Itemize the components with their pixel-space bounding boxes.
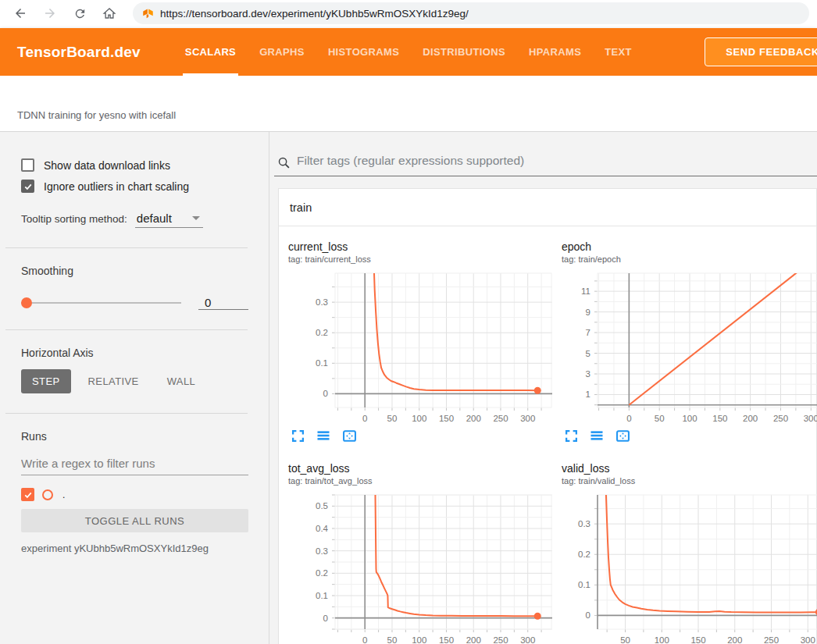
svg-text:300: 300 bbox=[520, 635, 535, 644]
svg-text:100: 100 bbox=[412, 414, 426, 423]
subheader: TDNN training for yesno with icefall bbox=[0, 76, 817, 132]
svg-text:0.2: 0.2 bbox=[316, 568, 328, 578]
smoothing-slider[interactable] bbox=[21, 297, 181, 308]
svg-text:0.1: 0.1 bbox=[316, 591, 328, 600]
runs-regex-input[interactable] bbox=[21, 454, 248, 475]
experiment-id-label: experiment yKUbhb5wRmOSXYkId1z9eg bbox=[21, 543, 269, 554]
svg-text:7: 7 bbox=[586, 328, 590, 337]
smoothing-label: Smoothing bbox=[21, 265, 269, 277]
run-row[interactable]: . bbox=[21, 488, 269, 501]
svg-text:0: 0 bbox=[323, 389, 328, 398]
svg-text:50: 50 bbox=[387, 635, 398, 644]
tab-hparams[interactable]: HPARAMS bbox=[517, 28, 593, 76]
svg-text:300: 300 bbox=[801, 635, 815, 644]
chart-actions bbox=[562, 428, 817, 443]
svg-text:50: 50 bbox=[655, 414, 665, 423]
tooltip-sorting-select[interactable]: default bbox=[135, 212, 203, 228]
svg-text:250: 250 bbox=[773, 414, 788, 423]
show-download-links-checkbox[interactable]: Show data download links bbox=[21, 158, 269, 172]
tab-scalars[interactable]: SCALARS bbox=[173, 28, 248, 76]
svg-text:300: 300 bbox=[804, 414, 817, 423]
charts-grid: current_losstag: train/current_loss05010… bbox=[279, 226, 816, 644]
ignore-outliers-checkbox[interactable]: Ignore outliers in chart scaling bbox=[21, 180, 269, 193]
chart-tag: tag: train/current_loss bbox=[288, 254, 552, 265]
chart-title: valid_loss bbox=[562, 462, 817, 475]
chart-tag: tag: train/valid_loss bbox=[562, 475, 817, 487]
data-table-icon[interactable] bbox=[589, 428, 605, 443]
run-color-swatch-icon bbox=[42, 489, 53, 500]
chart-actions bbox=[288, 428, 552, 443]
filter-tags-row bbox=[274, 143, 817, 176]
experiment-title: TDNN training for yesno with icefall bbox=[17, 109, 176, 121]
svg-text:5: 5 bbox=[586, 349, 590, 358]
toggle-all-runs-button[interactable]: TOGGLE ALL RUNS bbox=[21, 509, 248, 532]
chart-plot[interactable]: 05010015020025030000.10.20.30.40.5 bbox=[288, 489, 552, 644]
svg-text:300: 300 bbox=[520, 414, 535, 423]
axis-step-button[interactable]: STEP bbox=[21, 369, 71, 393]
fullscreen-icon[interactable] bbox=[563, 428, 579, 443]
svg-text:0.3: 0.3 bbox=[578, 519, 590, 528]
brand-title: TensorBoard.dev bbox=[0, 44, 173, 61]
divider bbox=[5, 413, 248, 414]
svg-text:50: 50 bbox=[387, 414, 398, 423]
chart-tot_avg_loss: tot_avg_losstag: train/tot_avg_loss05010… bbox=[288, 457, 552, 644]
axis-wall-button[interactable]: WALL bbox=[156, 369, 207, 393]
chart-plot[interactable]: 05010015020025030000.10.20.3 bbox=[288, 267, 552, 423]
checkbox-unchecked-icon bbox=[21, 158, 34, 172]
chart-title: current_loss bbox=[288, 240, 552, 254]
svg-text:0.1: 0.1 bbox=[316, 358, 328, 368]
run-checkbox-checked-icon[interactable] bbox=[21, 488, 34, 501]
run-name: . bbox=[62, 489, 65, 500]
forward-icon[interactable] bbox=[41, 4, 59, 23]
svg-text:0: 0 bbox=[626, 414, 631, 423]
fit-domain-icon[interactable] bbox=[615, 428, 630, 443]
fullscreen-icon[interactable] bbox=[290, 428, 305, 443]
svg-text:50: 50 bbox=[620, 635, 630, 644]
svg-text:0: 0 bbox=[362, 414, 367, 423]
data-table-icon[interactable] bbox=[316, 428, 331, 443]
svg-text:0: 0 bbox=[362, 635, 367, 644]
axis-relative-button[interactable]: RELATIVE bbox=[77, 369, 150, 393]
svg-text:150: 150 bbox=[439, 635, 454, 644]
tab-text[interactable]: TEXT bbox=[593, 28, 644, 76]
svg-text:0.2: 0.2 bbox=[316, 328, 328, 337]
chart-plot[interactable]: 0501001502002503001357911 bbox=[562, 267, 817, 423]
slider-knob[interactable] bbox=[21, 297, 32, 308]
send-feedback-button[interactable]: SEND FEEDBACK bbox=[705, 37, 817, 66]
svg-text:9: 9 bbox=[586, 308, 590, 317]
divider bbox=[5, 329, 248, 330]
svg-text:0.3: 0.3 bbox=[316, 546, 328, 556]
svg-text:200: 200 bbox=[743, 414, 758, 423]
filter-tags-input[interactable] bbox=[297, 149, 817, 176]
tensorboard-logo-icon bbox=[142, 8, 154, 20]
home-icon[interactable] bbox=[100, 4, 119, 23]
fit-domain-icon[interactable] bbox=[341, 428, 357, 443]
browser-toolbar: https://tensorboard.dev/experiment/yKUbh… bbox=[0, 0, 817, 27]
search-icon bbox=[277, 156, 291, 169]
svg-text:0: 0 bbox=[586, 610, 590, 620]
svg-text:3: 3 bbox=[586, 369, 590, 379]
svg-text:0.4: 0.4 bbox=[316, 524, 329, 533]
svg-text:0.2: 0.2 bbox=[578, 550, 590, 559]
tag-group-header[interactable]: train bbox=[279, 189, 816, 226]
reload-icon[interactable] bbox=[70, 4, 89, 23]
chart-plot[interactable]: 5010015020025030000.10.20.3 bbox=[562, 489, 817, 644]
svg-text:250: 250 bbox=[764, 635, 779, 644]
tab-distributions[interactable]: DISTRIBUTIONS bbox=[411, 28, 517, 76]
chart-current_loss: current_losstag: train/current_loss05010… bbox=[288, 236, 552, 443]
svg-text:250: 250 bbox=[493, 635, 508, 644]
chart-tag: tag: train/epoch bbox=[562, 254, 817, 265]
tab-graphs[interactable]: GRAPHS bbox=[248, 28, 316, 76]
settings-sidebar: Show data download links Ignore outliers… bbox=[0, 132, 269, 644]
svg-text:100: 100 bbox=[682, 414, 697, 423]
smoothing-value[interactable]: 0 bbox=[198, 296, 248, 310]
back-icon[interactable] bbox=[11, 4, 30, 23]
main-panel: train current_losstag: train/current_los… bbox=[269, 132, 817, 644]
svg-text:100: 100 bbox=[655, 635, 669, 644]
tab-histograms[interactable]: HISTOGRAMS bbox=[316, 28, 411, 76]
address-bar[interactable]: https://tensorboard.dev/experiment/yKUbh… bbox=[133, 2, 809, 24]
chart-title: tot_avg_loss bbox=[288, 462, 552, 475]
nav-tabs: SCALARS GRAPHS HISTOGRAMS DISTRIBUTIONS … bbox=[173, 28, 644, 76]
app-header: TensorBoard.dev SCALARS GRAPHS HISTOGRAM… bbox=[0, 28, 817, 76]
svg-text:200: 200 bbox=[466, 414, 481, 423]
